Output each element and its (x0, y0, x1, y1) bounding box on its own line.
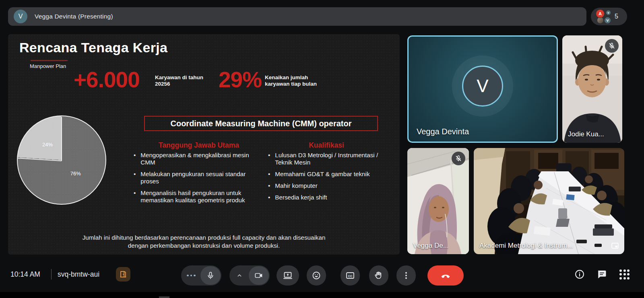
end-call-button[interactable] (427, 265, 464, 286)
slide-title: Rencana Tenaga Kerja (19, 40, 167, 55)
picture-in-picture-icon (611, 241, 619, 250)
list-item: •Mengoperasikan & mengkalibrasi mesin CM… (134, 152, 259, 166)
info-icon (574, 269, 585, 280)
mic-off-icon (455, 155, 462, 162)
more-dots-icon (187, 275, 196, 277)
qualifications-list: •Lulusan D3 Metrologi / Instrumentasi / … (268, 152, 387, 206)
mic-muted-badge (605, 39, 619, 53)
participant-avatar: V (604, 17, 611, 24)
tile-name: Akademi Metrologi & Instrum... (479, 242, 573, 250)
chat-icon (596, 269, 607, 280)
chat-button[interactable] (596, 269, 607, 280)
title-underline (31, 60, 68, 61)
present-screen-icon (283, 271, 293, 280)
pie-divider (61, 117, 62, 161)
meeting-details-button[interactable] (574, 269, 585, 280)
toolbar-divider (51, 269, 52, 280)
tile-name: Vegga Devinta (417, 127, 469, 136)
cmm-title: Coordinate Measuring Machine (CMM) opera… (170, 119, 351, 128)
participant-count: 5 (615, 13, 618, 20)
pie-chart-block: 76% 24% Engineering Non-Engineering (16, 115, 108, 222)
mic-button[interactable] (181, 265, 221, 286)
list-item: •Melakukan pengukuran sesuai standar pro… (134, 171, 259, 185)
captions-button[interactable]: CC (341, 265, 360, 286)
list-item: •Lulusan D3 Metrologi / Instrumentasi / … (268, 152, 387, 166)
emoji-icon (312, 271, 321, 280)
chevron-up-icon (236, 272, 243, 279)
pie-chart: 76% 24% (17, 115, 106, 205)
participant-video (474, 148, 624, 254)
top-bar: V Vegga Devinta (Presenting) (8, 7, 586, 26)
activities-button[interactable] (619, 269, 631, 280)
video-tile-akademi[interactable]: Akademi Metrologi & Instrum... (474, 148, 624, 254)
stat-value: +6.000 (74, 69, 140, 91)
svg-text:CC: CC (348, 274, 353, 278)
reactions-button[interactable] (307, 265, 326, 286)
column-heading: Kualifikasi (272, 141, 381, 150)
end-call-icon (440, 270, 451, 281)
video-tile-jodie[interactable]: Jodie Kua... (562, 35, 622, 143)
stat-value: 29% (219, 69, 262, 91)
picture-in-picture-button[interactable] (611, 241, 619, 250)
mic-icon (206, 271, 215, 280)
presenter-avatar-letter: V (19, 13, 23, 20)
stat-label: Kenaikan jumlah karyawan tiap bulan (265, 74, 317, 87)
mic-options-dots[interactable] (181, 275, 201, 277)
list-item: •Bersedia kerja shift (268, 194, 387, 201)
stat-label: Karyawan di tahun 20256 (155, 74, 203, 87)
mic-off-icon (608, 42, 615, 49)
more-options-button[interactable] (396, 265, 416, 286)
clock: 10:14 AM (10, 270, 40, 279)
raise-hand-button[interactable] (369, 265, 388, 286)
pie-slice-label: 24% (42, 142, 53, 148)
tile-name: Jodie Kua... (568, 130, 604, 138)
pie-divider (18, 158, 62, 161)
camera-options-chevron[interactable] (229, 272, 250, 279)
door-icon (119, 270, 128, 279)
mic-muted-badge (452, 152, 465, 165)
bottom-edge (0, 292, 644, 298)
cmm-title-box: Coordinate Measuring Machine (CMM) opera… (144, 116, 378, 131)
camera-icon (254, 271, 263, 280)
list-item: •Mahir komputer (268, 182, 387, 189)
raise-hand-icon (374, 271, 384, 280)
meet-window: V Vegga Devinta (Presenting) A v V 5 Ren… (0, 0, 644, 298)
presenter-avatar: V (14, 10, 27, 23)
more-vertical-icon (401, 271, 411, 280)
apps-grid-icon (619, 269, 631, 280)
taskbar-sliver (159, 296, 169, 298)
room-door-badge[interactable] (116, 267, 130, 282)
slide-footer: Jumlah ini dihitung berdasarkan perencan… (8, 234, 400, 250)
column-heading: Tanggung Jawab Utama (134, 141, 263, 150)
participant-avatar: A (596, 9, 605, 18)
camera-toggle[interactable] (249, 266, 269, 285)
participant-avatar-cluster: A v V (596, 9, 611, 24)
tile-avatar: V (462, 66, 503, 107)
presentation-slide: Rencana Tenaga Kerja Manpower Plan +6.00… (8, 34, 400, 255)
tile-name: Vegga De... (413, 242, 449, 250)
list-item: •Memahami GD&T & gambar teknik (268, 171, 387, 178)
captions-icon: CC (345, 271, 355, 280)
video-tile-vegga-de[interactable]: Vegga De... (407, 148, 469, 254)
present-screen-button[interactable] (277, 265, 299, 286)
mic-toggle[interactable] (200, 266, 221, 285)
meeting-code: svq-bmtw-aui (58, 270, 99, 279)
pie-slice-label: 76% (70, 171, 81, 177)
list-item: •Menganalisis hasil pengukuran untuk mem… (134, 189, 259, 204)
slide-subtitle: Manpower Plan (30, 63, 66, 69)
presenter-label: Vegga Devinta (Presenting) (35, 13, 113, 20)
video-tile-vegga-devinta[interactable]: V Vegga Devinta (407, 35, 558, 143)
camera-button[interactable] (229, 265, 270, 286)
responsibilities-list: •Mengoperasikan & mengkalibrasi mesin CM… (134, 152, 259, 208)
participant-avatar: v (606, 10, 611, 15)
participants-pill[interactable]: A v V 5 (591, 8, 627, 25)
